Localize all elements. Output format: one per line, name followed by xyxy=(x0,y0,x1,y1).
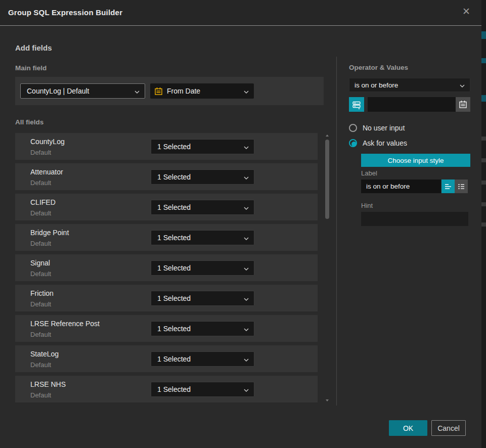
chevron-down-icon xyxy=(244,143,249,151)
edge-fragment xyxy=(481,95,486,102)
values-dropdown[interactable]: 1 Selected xyxy=(151,382,254,397)
values-dropdown-value: 1 Selected xyxy=(157,203,244,211)
label-input[interactable] xyxy=(361,180,441,193)
text-lines-icon xyxy=(444,183,452,191)
field-row-friction: Friction Default 1 Selected xyxy=(15,285,318,311)
values-dropdown-value: 1 Selected xyxy=(157,385,244,393)
field-subtitle: Default xyxy=(30,331,51,338)
chevron-down-icon xyxy=(244,385,249,393)
layer-dropdown[interactable]: CountyLog | Default xyxy=(20,83,145,99)
panel-divider xyxy=(336,57,337,406)
field-subtitle: Default xyxy=(30,391,51,399)
values-dropdown[interactable]: 1 Selected xyxy=(151,321,254,336)
field-name: Friction xyxy=(30,289,54,297)
values-dropdown[interactable]: 1 Selected xyxy=(151,230,254,245)
radio-ask-for-values[interactable]: Ask for values xyxy=(349,139,407,147)
choose-input-style-button[interactable]: Choose input style xyxy=(361,154,470,167)
values-dropdown-value: 1 Selected xyxy=(157,355,244,363)
values-dropdown[interactable]: 1 Selected xyxy=(151,260,254,276)
field-row-signal: Signal Default 1 Selected xyxy=(15,254,318,281)
field-name: StateLog xyxy=(30,350,59,358)
field-subtitle: Default xyxy=(30,149,51,156)
field-name: LRSE Reference Post xyxy=(30,320,100,328)
values-dropdown-value: 1 Selected xyxy=(157,264,244,272)
values-dropdown[interactable]: 1 Selected xyxy=(151,200,254,215)
dialog-title: Group SQL Expression Builder xyxy=(8,8,122,17)
field-subtitle: Default xyxy=(30,240,51,247)
radio-no-user-input[interactable]: No user input xyxy=(349,124,405,132)
scroll-down-icon[interactable] xyxy=(326,399,329,401)
chevron-down-icon xyxy=(244,294,249,302)
values-dropdown[interactable]: 1 Selected xyxy=(151,351,254,367)
values-dropdown-value: 1 Selected xyxy=(157,143,244,151)
edge-fragment xyxy=(481,158,486,162)
date-picker-button[interactable] xyxy=(456,97,470,112)
label-field-label: Label xyxy=(361,169,377,177)
field-row-lrse-nhs: LRSE NHS Default 1 Selected xyxy=(15,376,318,402)
field-name: CLIFED xyxy=(30,198,56,206)
chevron-down-icon xyxy=(244,355,249,363)
ok-button[interactable]: OK xyxy=(389,420,427,436)
value-input-type-button[interactable] xyxy=(349,97,364,112)
radio-label: No user input xyxy=(363,124,405,132)
values-dropdown-value: 1 Selected xyxy=(157,234,244,242)
cancel-button[interactable]: Cancel xyxy=(431,420,466,436)
field-row-countylog: CountyLog Default 1 Selected xyxy=(15,133,318,160)
edge-fragment xyxy=(481,181,486,185)
field-subtitle: Default xyxy=(30,300,51,308)
edge-fragment xyxy=(481,202,486,206)
field-name: Signal xyxy=(30,259,50,267)
title-bar: Group SQL Expression Builder ✕ xyxy=(0,0,481,26)
values-dropdown[interactable]: 1 Selected xyxy=(151,169,254,185)
radio-circle-icon[interactable] xyxy=(349,124,357,132)
calendar-icon xyxy=(154,87,163,96)
field-name: CountyLog xyxy=(30,138,65,146)
main-field-box: CountyLog | Default From Date xyxy=(15,77,324,105)
main-field-heading: Main field xyxy=(15,64,47,72)
calendar-icon xyxy=(459,100,467,109)
list-scrollbar[interactable] xyxy=(325,133,329,403)
add-fields-heading: Add fields xyxy=(15,43,52,52)
group-sql-expression-builder-dialog: Group SQL Expression Builder ✕ Add field… xyxy=(0,0,486,448)
operator-dropdown-value: is on or before xyxy=(355,81,460,89)
value-input[interactable] xyxy=(368,97,456,112)
hint-input[interactable] xyxy=(361,212,468,226)
values-dropdown-value: 1 Selected xyxy=(157,325,244,333)
background-app-edge xyxy=(481,0,486,448)
values-dropdown-value: 1 Selected xyxy=(157,294,244,302)
values-dropdown[interactable]: 1 Selected xyxy=(151,291,254,306)
field-name: Attenuator xyxy=(30,168,63,176)
all-fields-heading: All fields xyxy=(15,118,43,126)
field-row-attenuator: Attenuator Default 1 Selected xyxy=(15,163,318,190)
field-subtitle: Default xyxy=(30,179,51,187)
field-row-bridge-point: Bridge Point Default 1 Selected xyxy=(15,224,318,251)
chevron-down-icon xyxy=(244,234,249,242)
field-name: Bridge Point xyxy=(30,229,69,237)
bullet-list-icon xyxy=(457,183,465,191)
list-input-toggle[interactable] xyxy=(455,180,468,193)
single-line-input-toggle[interactable] xyxy=(441,180,455,193)
radio-label: Ask for values xyxy=(363,139,407,147)
set-values-icon xyxy=(351,100,362,110)
scrollbar-thumb[interactable] xyxy=(325,140,329,219)
field-dropdown-value: From Date xyxy=(167,87,244,95)
field-subtitle: Default xyxy=(30,209,51,217)
edge-fragment xyxy=(481,31,486,39)
close-icon[interactable]: ✕ xyxy=(462,7,470,16)
chevron-down-icon xyxy=(244,173,249,181)
field-dropdown[interactable]: From Date xyxy=(150,83,254,99)
chevron-down-icon xyxy=(460,81,465,89)
chevron-down-icon xyxy=(244,325,249,333)
layer-dropdown-value: CountyLog | Default xyxy=(27,87,135,95)
chevron-down-icon xyxy=(244,203,249,211)
field-row-statelog: StateLog Default 1 Selected xyxy=(15,345,318,372)
chevron-down-icon xyxy=(244,264,249,272)
edge-fragment xyxy=(481,58,486,63)
operator-values-heading: Operator & Values xyxy=(349,64,408,71)
values-dropdown-value: 1 Selected xyxy=(157,173,244,181)
field-row-lrse-reference-post: LRSE Reference Post Default 1 Selected xyxy=(15,315,318,342)
radio-selected-icon[interactable] xyxy=(349,139,357,147)
scroll-up-icon[interactable] xyxy=(326,135,329,137)
values-dropdown[interactable]: 1 Selected xyxy=(151,139,254,154)
operator-dropdown[interactable]: is on or before xyxy=(349,78,470,92)
